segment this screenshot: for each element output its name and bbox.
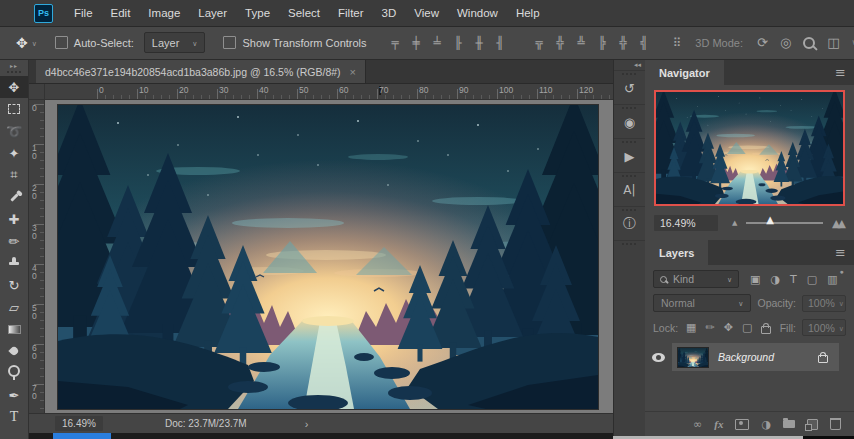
- menu-type[interactable]: Type: [236, 0, 279, 26]
- filter-adjustment-layers-icon[interactable]: ◑: [770, 273, 780, 286]
- layer-filter-dropdown[interactable]: Kind ∨: [653, 270, 739, 288]
- lock-artboard-icon[interactable]: ▢: [742, 321, 752, 334]
- menu-file[interactable]: File: [65, 0, 102, 26]
- history-panel[interactable]: ↺: [614, 70, 645, 104]
- gradient-tool[interactable]: [0, 318, 28, 340]
- properties-panel[interactable]: ◉: [614, 104, 645, 138]
- dock-expand-icon[interactable]: ◂◂: [614, 60, 645, 70]
- zoom-slider-thumb[interactable]: ▲: [766, 214, 774, 225]
- link-layers-icon[interactable]: ∞: [693, 418, 702, 431]
- tool-preset-chevron-icon[interactable]: ∨: [32, 40, 37, 48]
- layer-group-icon[interactable]: [783, 420, 795, 428]
- clone-stamp-tool[interactable]: [0, 252, 28, 274]
- pen-tool[interactable]: ✒: [0, 384, 28, 406]
- lock-image-pixels-icon[interactable]: ✏: [706, 321, 715, 334]
- lock-all-icon[interactable]: [761, 326, 771, 334]
- status-zoom-field[interactable]: 16.49%: [55, 416, 103, 431]
- menu-view[interactable]: View: [405, 0, 448, 26]
- blend-mode-dropdown[interactable]: Normal ∨: [653, 294, 751, 312]
- menu-layer[interactable]: Layer: [189, 0, 236, 26]
- rectangular-marquee-tool[interactable]: [0, 98, 28, 120]
- zoom-tool-option-icon[interactable]: [803, 37, 815, 49]
- align-vertical-centers-icon[interactable]: ╪: [406, 36, 427, 50]
- canvas-image[interactable]: [57, 104, 599, 410]
- history-brush-tool[interactable]: ↻: [0, 274, 28, 296]
- delete-layer-icon[interactable]: [830, 418, 841, 430]
- spot-healing-brush-tool[interactable]: ✚: [0, 208, 28, 230]
- type-tool[interactable]: T: [0, 406, 28, 428]
- quick-selection-tool[interactable]: ✦: [0, 142, 28, 164]
- menu-window[interactable]: Window: [448, 0, 507, 26]
- zoom-out-icon[interactable]: ▲: [732, 219, 737, 227]
- menu-filter[interactable]: Filter: [329, 0, 373, 26]
- distribute-bottom-edges-icon[interactable]: ╩: [571, 36, 592, 50]
- layer-thumbnail[interactable]: [677, 347, 709, 368]
- filter-pixel-layers-icon[interactable]: ▣: [750, 273, 760, 286]
- move-tool[interactable]: ✥: [0, 76, 28, 98]
- panel-menu-icon[interactable]: ≡: [835, 245, 846, 260]
- filter-shape-layers-icon[interactable]: ▢: [807, 273, 817, 286]
- eyedropper-tool[interactable]: [0, 186, 28, 208]
- navigator-zoom-slider[interactable]: ▲: [746, 222, 823, 224]
- distribute-right-edges-icon[interactable]: ╣: [634, 36, 655, 50]
- eraser-tool[interactable]: ▱: [0, 296, 28, 318]
- menu-edit[interactable]: Edit: [102, 0, 140, 26]
- show-transform-checkbox[interactable]: [223, 36, 236, 49]
- 3d-orbit-icon[interactable]: ⟳: [757, 35, 768, 50]
- screen-mode-icon[interactable]: ◫: [827, 35, 839, 50]
- opacity-field[interactable]: 100% ∨: [802, 295, 846, 312]
- distribute-top-edges-icon[interactable]: ╦: [529, 36, 550, 50]
- menu-help[interactable]: Help: [507, 0, 549, 26]
- character-panel[interactable]: A|: [614, 172, 645, 206]
- menu-image[interactable]: Image: [139, 0, 189, 26]
- canvas-viewport[interactable]: [45, 100, 613, 413]
- info-panel[interactable]: ⓘ: [614, 206, 645, 240]
- toolbar-grip[interactable]: [7, 71, 21, 73]
- align-horizontal-centers-icon[interactable]: ╫: [469, 36, 490, 50]
- distribute-spacing-icon[interactable]: ⠿: [673, 36, 682, 50]
- status-chevron-icon[interactable]: ›: [305, 418, 309, 430]
- document-tab[interactable]: d4bcc46e371e194b20854acd1ba3a86b.jpg @ 1…: [36, 60, 366, 83]
- layer-mask-icon[interactable]: [735, 419, 749, 430]
- tab-navigator[interactable]: Navigator: [645, 60, 724, 85]
- 3d-roll-icon[interactable]: ◎: [780, 35, 791, 50]
- zoom-in-icon[interactable]: ▲▲: [832, 217, 843, 230]
- align-bottom-edges-icon[interactable]: ╧: [427, 36, 448, 50]
- toolbar-collapse-icon[interactable]: ▸▸: [10, 60, 18, 69]
- lock-transparent-pixels-icon[interactable]: ▦: [686, 321, 696, 334]
- align-right-edges-icon[interactable]: ╢: [490, 36, 511, 50]
- close-icon[interactable]: ×: [350, 66, 356, 78]
- distribute-left-edges-icon[interactable]: ╠: [592, 36, 613, 50]
- tab-layers[interactable]: Layers: [645, 240, 708, 265]
- auto-select-checkbox[interactable]: [55, 36, 68, 49]
- filter-type-layers-icon[interactable]: T: [790, 273, 797, 286]
- layer-effects-icon[interactable]: fx: [714, 418, 723, 430]
- fill-value: 100%: [808, 322, 835, 334]
- layer-name[interactable]: Background: [718, 351, 774, 363]
- navigator-preview[interactable]: [654, 90, 845, 206]
- move-tool-option-icon[interactable]: ✥: [16, 35, 28, 51]
- lasso-tool[interactable]: ➰: [0, 120, 28, 142]
- fill-field[interactable]: 100% ∨: [802, 319, 846, 336]
- filter-smart-objects-icon[interactable]: ▥: [827, 273, 837, 286]
- align-left-edges-icon[interactable]: ╟: [448, 36, 469, 50]
- crop-tool[interactable]: ⌗: [0, 164, 28, 186]
- actions-panel[interactable]: ▶: [614, 138, 645, 172]
- menu-select[interactable]: Select: [279, 0, 329, 26]
- lock-position-icon[interactable]: ✥: [724, 321, 733, 334]
- brush-tool[interactable]: ✏: [0, 230, 28, 252]
- distribute-vertical-centers-icon[interactable]: ╬: [550, 36, 571, 50]
- panel-menu-icon[interactable]: ≡: [835, 65, 846, 80]
- auto-select-dropdown[interactable]: Layer ∨: [144, 32, 206, 53]
- visibility-eye-icon[interactable]: [652, 353, 665, 362]
- distribute-horizontal-centers-icon[interactable]: ╬: [613, 36, 634, 50]
- menu-3d[interactable]: 3D: [373, 0, 406, 26]
- dodge-tool[interactable]: [0, 362, 28, 384]
- layer-row-background[interactable]: Background: [645, 343, 854, 371]
- new-layer-icon[interactable]: [807, 419, 818, 430]
- align-top-edges-icon[interactable]: ╤: [385, 36, 406, 50]
- adjustment-layer-icon[interactable]: ◑: [761, 418, 771, 431]
- filter-pin-icon[interactable]: ●: [840, 268, 844, 275]
- navigator-zoom-field[interactable]: 16.49%: [654, 215, 718, 231]
- blur-tool[interactable]: [0, 340, 28, 362]
